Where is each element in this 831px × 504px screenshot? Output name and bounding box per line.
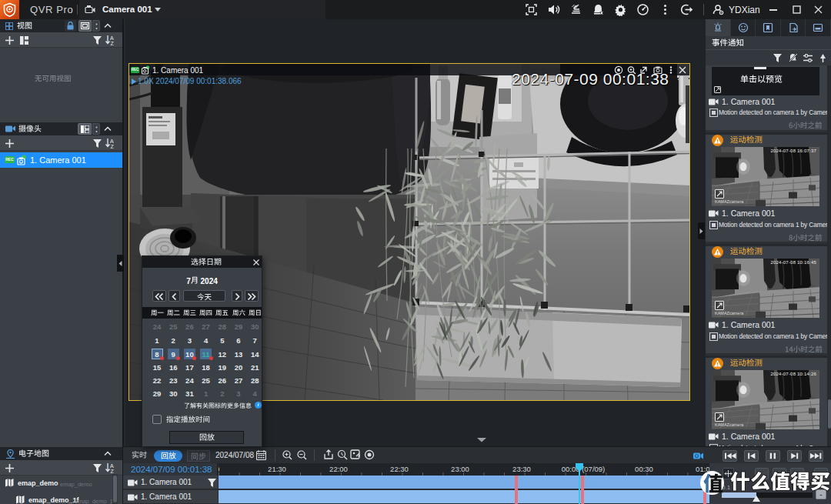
- svg-text:Z: Z: [111, 41, 115, 45]
- svg-text:A: A: [110, 35, 114, 41]
- svg-text:A: A: [110, 463, 114, 469]
- svg-text:A: A: [110, 139, 114, 144]
- svg-text:Z: Z: [111, 144, 115, 149]
- svg-text:Z: Z: [111, 469, 115, 473]
